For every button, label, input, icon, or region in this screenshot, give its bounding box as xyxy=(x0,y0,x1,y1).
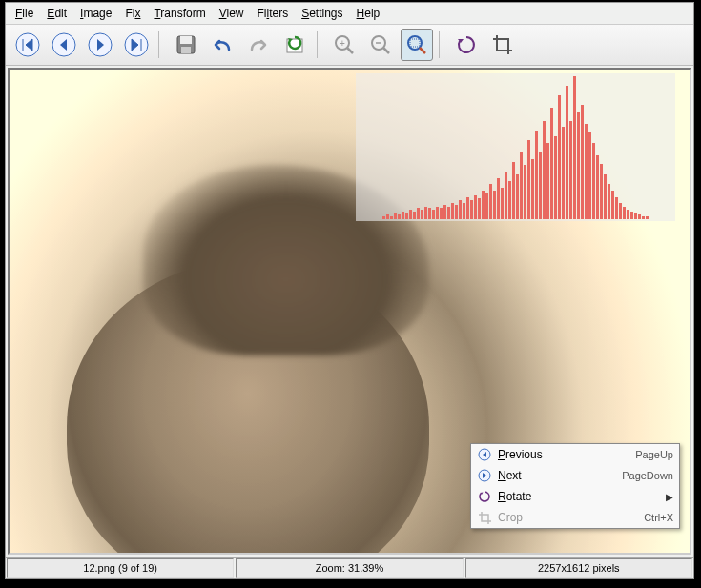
svg-line-9 xyxy=(347,48,353,53)
redo-icon xyxy=(247,33,270,56)
save-icon xyxy=(175,33,197,56)
save-button[interactable] xyxy=(170,29,202,61)
reload-icon xyxy=(283,33,306,56)
ctx-label: Rotate xyxy=(498,490,660,503)
arrow-left-icon xyxy=(477,447,492,462)
nav-prev-button[interactable] xyxy=(48,29,80,61)
ctx-previous[interactable]: Previous PageUp xyxy=(471,444,679,465)
ctx-shortcut: Ctrl+X xyxy=(644,512,673,523)
svg-rect-6 xyxy=(181,47,191,53)
svg-line-15 xyxy=(420,48,425,53)
histogram-overlay xyxy=(356,73,675,221)
toolbar-separator xyxy=(439,31,444,58)
status-zoom: Zoom: 31.39% xyxy=(236,558,463,578)
ctx-label: Crop xyxy=(498,511,638,524)
nav-last-button[interactable] xyxy=(120,29,153,61)
zoom-out-icon xyxy=(369,33,392,56)
status-dimensions: 2257x1612 pixels xyxy=(465,558,692,578)
rotate-icon xyxy=(477,489,492,504)
zoom-in-button[interactable]: + xyxy=(328,29,361,61)
svg-rect-16 xyxy=(410,39,420,47)
arrow-left-icon xyxy=(52,32,76,57)
arrow-right-icon xyxy=(477,468,492,483)
menu-edit[interactable]: Edit xyxy=(41,5,72,22)
context-menu: Previous PageUp Next PageDown Rotate ▶ C… xyxy=(470,443,680,529)
arrow-right-icon xyxy=(88,32,113,57)
toolbar: + xyxy=(6,25,693,66)
arrow-first-icon xyxy=(15,32,40,57)
crop-button[interactable] xyxy=(486,29,519,61)
undo-icon xyxy=(211,33,234,56)
status-filename: 12.png (9 of 19) xyxy=(7,558,234,578)
ctx-next[interactable]: Next PageDown xyxy=(471,465,679,486)
zoom-fit-icon xyxy=(405,33,428,56)
arrow-last-icon xyxy=(124,32,149,57)
zoom-in-icon: + xyxy=(333,33,356,56)
menubar: FFileile Edit Image Fix Transform View F… xyxy=(6,3,693,25)
menu-transform[interactable]: Transform xyxy=(148,5,211,22)
ctx-label: Previous xyxy=(498,448,629,461)
ctx-shortcut: PageDown xyxy=(622,470,673,481)
toolbar-separator xyxy=(158,31,164,58)
undo-button[interactable] xyxy=(206,29,238,61)
menu-view[interactable]: View xyxy=(214,5,250,22)
submenu-arrow-icon: ▶ xyxy=(666,492,673,502)
image-canvas[interactable]: Previous PageUp Next PageDown Rotate ▶ C… xyxy=(8,68,691,555)
zoom-fit-button[interactable] xyxy=(401,29,433,61)
ctx-label: Next xyxy=(498,469,616,482)
ctx-rotate[interactable]: Rotate ▶ xyxy=(471,486,679,507)
zoom-out-button[interactable] xyxy=(364,29,397,61)
menu-fix[interactable]: Fix xyxy=(119,5,146,22)
redo-button[interactable] xyxy=(242,29,275,61)
rotate-icon xyxy=(455,33,478,56)
nav-first-button[interactable] xyxy=(11,29,44,61)
ctx-shortcut: PageUp xyxy=(635,449,673,460)
menu-help[interactable]: Help xyxy=(351,5,386,22)
svg-text:+: + xyxy=(340,38,345,49)
ctx-crop: Crop Ctrl+X xyxy=(471,507,679,528)
menu-image[interactable]: Image xyxy=(74,5,117,22)
svg-line-12 xyxy=(383,48,389,53)
toolbar-separator xyxy=(317,31,322,58)
crop-icon xyxy=(491,33,514,56)
menu-settings[interactable]: Settings xyxy=(296,5,348,22)
crop-icon xyxy=(477,510,492,525)
statusbar: 12.png (9 of 19) Zoom: 31.39% 2257x1612 … xyxy=(6,557,693,578)
menu-filters[interactable]: Filters xyxy=(251,5,294,22)
svg-rect-5 xyxy=(180,36,192,44)
nav-next-button[interactable] xyxy=(84,29,116,61)
menu-file[interactable]: FFileile xyxy=(10,5,39,22)
reload-button[interactable] xyxy=(278,29,311,61)
rotate-button[interactable] xyxy=(450,29,483,61)
app-window: FFileile Edit Image Fix Transform View F… xyxy=(5,2,694,579)
